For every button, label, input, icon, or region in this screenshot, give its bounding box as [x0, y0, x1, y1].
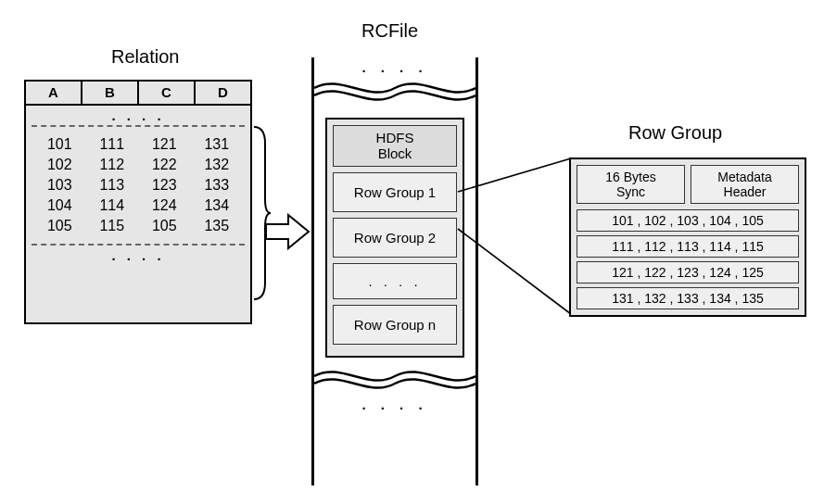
cell: 111	[86, 136, 139, 153]
column-chunk: 131 , 132 , 133 , 134 , 135	[577, 287, 799, 309]
col-header-c: C	[139, 82, 196, 104]
metadata-box: Metadata Header	[691, 165, 799, 204]
wave-bottom-icon	[314, 367, 475, 395]
rcfile-column: . . . . HDFS Block Row Group 1 Row Group…	[311, 57, 478, 485]
column-chunk: 111 , 112 , 113 , 114 , 115	[577, 235, 799, 258]
cell: 104	[33, 197, 86, 214]
cell: 105	[138, 218, 191, 234]
row-group-2: Row Group 2	[333, 218, 457, 258]
rowgroup-detail: 16 Bytes Sync Metadata Header 101 , 102 …	[569, 158, 806, 317]
relation-header-row: A B C D	[26, 82, 250, 106]
cell: 124	[138, 197, 191, 214]
rcfile-title: RCFile	[361, 20, 418, 42]
cell: 123	[138, 177, 191, 194]
row-group-n: Row Group n	[333, 305, 457, 345]
cell: 122	[138, 157, 191, 173]
relation-title: Relation	[111, 46, 179, 68]
relation-table: A B C D . . . . 101111121131 10211212213…	[24, 80, 252, 324]
column-chunk: 121 , 122 , 123 , 124 , 125	[577, 261, 799, 284]
cell: 112	[86, 157, 139, 173]
cell: 135	[191, 218, 244, 234]
cell: 113	[86, 177, 139, 194]
hdfs-block: HDFS Block Row Group 1 Row Group 2 . . .…	[325, 118, 464, 358]
cell: 102	[33, 157, 86, 173]
rowgroup-title: Row Group	[628, 122, 722, 144]
rcfile-bottom-ellipsis: . . . .	[314, 395, 475, 416]
relation-ellipsis-top: . . . .	[26, 106, 250, 125]
relation-ellipsis-bottom: . . . .	[26, 246, 250, 265]
cell: 115	[86, 218, 139, 234]
row-group-ellipsis: . . . .	[333, 263, 457, 299]
col-header-d: D	[196, 82, 250, 104]
cell: 134	[191, 197, 244, 214]
cell: 131	[191, 136, 244, 153]
cell: 105	[33, 218, 86, 234]
wave-top-icon	[314, 79, 475, 107]
rcfile-top-ellipsis: . . . .	[314, 57, 475, 79]
arrow-icon	[264, 213, 311, 250]
hdfs-block-label: HDFS Block	[333, 125, 457, 167]
rowgroup-header-row: 16 Bytes Sync Metadata Header	[577, 165, 799, 204]
col-header-a: A	[26, 82, 82, 104]
col-header-b: B	[82, 82, 139, 104]
cell: 101	[33, 136, 86, 153]
cell: 103	[33, 177, 86, 194]
sync-box: 16 Bytes Sync	[577, 165, 685, 204]
cell: 133	[191, 177, 244, 194]
cell: 132	[191, 157, 244, 173]
row-group-1: Row Group 1	[333, 172, 457, 212]
relation-data-grid: 101111121131 102112122132 103113123133 1…	[26, 127, 250, 244]
column-chunk: 101 , 102 , 103 , 104 , 105	[577, 209, 799, 232]
cell: 114	[86, 197, 139, 214]
cell: 121	[138, 136, 191, 153]
